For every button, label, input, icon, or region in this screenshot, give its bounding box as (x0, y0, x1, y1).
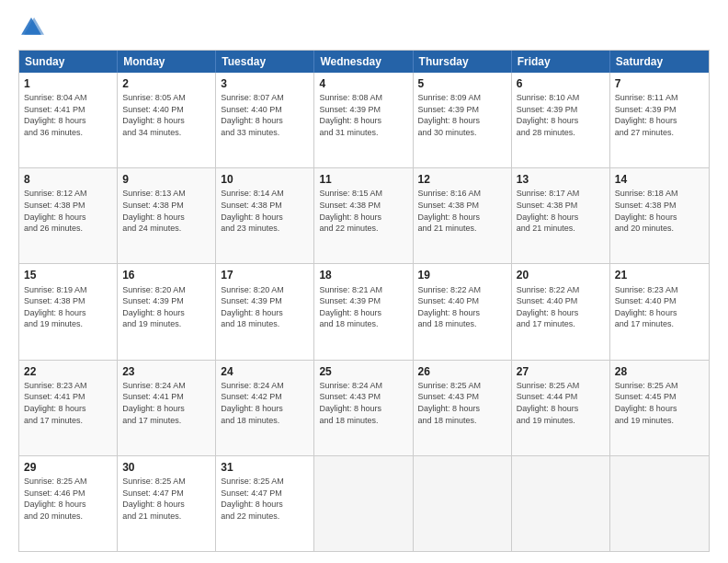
day-info: Sunrise: 8:25 AMSunset: 4:43 PMDaylight:… (418, 380, 506, 426)
header-day-friday: Friday (512, 51, 610, 73)
header-day-saturday: Saturday (610, 51, 709, 73)
calendar: SundayMondayTuesdayWednesdayThursdayFrid… (18, 50, 710, 552)
day-info: Sunrise: 8:24 AMSunset: 4:41 PMDaylight:… (122, 380, 210, 426)
day-info: Sunrise: 8:25 AMSunset: 4:46 PMDaylight:… (24, 476, 112, 522)
day-info: Sunrise: 8:20 AMSunset: 4:39 PMDaylight:… (221, 284, 309, 330)
day-number: 7 (615, 76, 704, 91)
day-info: Sunrise: 8:25 AMSunset: 4:45 PMDaylight:… (615, 380, 704, 426)
day-cell-17: 17Sunrise: 8:20 AMSunset: 4:39 PMDayligh… (216, 264, 314, 359)
day-number: 23 (122, 364, 210, 379)
day-cell-16: 16Sunrise: 8:20 AMSunset: 4:39 PMDayligh… (118, 264, 216, 359)
day-number: 18 (319, 268, 407, 282)
day-number: 5 (418, 76, 506, 91)
day-cell-27: 27Sunrise: 8:25 AMSunset: 4:44 PMDayligh… (512, 361, 610, 455)
day-number: 14 (615, 172, 704, 187)
header-day-monday: Monday (118, 51, 216, 73)
day-number: 3 (221, 76, 309, 91)
day-number: 12 (418, 172, 506, 187)
day-info: Sunrise: 8:07 AMSunset: 4:40 PMDaylight:… (221, 92, 309, 138)
day-number: 24 (221, 364, 309, 379)
day-cell-8: 8Sunrise: 8:12 AMSunset: 4:38 PMDaylight… (19, 168, 118, 263)
day-number: 21 (615, 268, 704, 282)
day-number: 4 (319, 76, 407, 91)
day-info: Sunrise: 8:23 AMSunset: 4:41 PMDaylight:… (24, 380, 112, 426)
calendar-body: 1Sunrise: 8:04 AMSunset: 4:41 PMDaylight… (19, 73, 709, 551)
day-info: Sunrise: 8:04 AMSunset: 4:41 PMDaylight:… (24, 92, 112, 138)
empty-cell (314, 456, 413, 551)
day-number: 29 (24, 460, 112, 475)
day-info: Sunrise: 8:05 AMSunset: 4:40 PMDaylight:… (122, 92, 210, 138)
header-day-thursday: Thursday (414, 51, 512, 73)
day-cell-19: 19Sunrise: 8:22 AMSunset: 4:40 PMDayligh… (414, 264, 512, 359)
day-info: Sunrise: 8:14 AMSunset: 4:38 PMDaylight:… (221, 188, 309, 234)
day-cell-26: 26Sunrise: 8:25 AMSunset: 4:43 PMDayligh… (414, 361, 512, 455)
day-info: Sunrise: 8:15 AMSunset: 4:38 PMDaylight:… (319, 188, 407, 234)
day-cell-20: 20Sunrise: 8:22 AMSunset: 4:40 PMDayligh… (512, 264, 610, 359)
day-number: 30 (122, 460, 210, 475)
day-number: 27 (517, 364, 605, 379)
header-day-sunday: Sunday (19, 51, 118, 73)
day-cell-13: 13Sunrise: 8:17 AMSunset: 4:38 PMDayligh… (512, 168, 610, 263)
day-cell-14: 14Sunrise: 8:18 AMSunset: 4:38 PMDayligh… (610, 168, 709, 263)
day-cell-21: 21Sunrise: 8:23 AMSunset: 4:40 PMDayligh… (610, 264, 709, 359)
day-cell-12: 12Sunrise: 8:16 AMSunset: 4:38 PMDayligh… (414, 168, 512, 263)
day-number: 17 (221, 268, 309, 282)
calendar-row-5: 29Sunrise: 8:25 AMSunset: 4:46 PMDayligh… (19, 455, 709, 551)
calendar-row-4: 22Sunrise: 8:23 AMSunset: 4:41 PMDayligh… (19, 360, 709, 455)
day-number: 22 (24, 364, 112, 379)
day-info: Sunrise: 8:21 AMSunset: 4:39 PMDaylight:… (319, 284, 407, 330)
day-info: Sunrise: 8:12 AMSunset: 4:38 PMDaylight:… (24, 188, 112, 234)
day-info: Sunrise: 8:10 AMSunset: 4:39 PMDaylight:… (517, 92, 605, 138)
day-number: 15 (24, 268, 112, 282)
day-number: 26 (418, 364, 506, 379)
day-cell-9: 9Sunrise: 8:13 AMSunset: 4:38 PMDaylight… (118, 168, 216, 263)
day-number: 8 (24, 172, 112, 187)
day-info: Sunrise: 8:25 AMSunset: 4:47 PMDaylight:… (221, 476, 309, 522)
day-info: Sunrise: 8:25 AMSunset: 4:44 PMDaylight:… (517, 380, 605, 426)
day-info: Sunrise: 8:24 AMSunset: 4:43 PMDaylight:… (319, 380, 407, 426)
day-cell-4: 4Sunrise: 8:08 AMSunset: 4:39 PMDaylight… (314, 73, 413, 167)
day-cell-22: 22Sunrise: 8:23 AMSunset: 4:41 PMDayligh… (19, 361, 118, 455)
day-info: Sunrise: 8:25 AMSunset: 4:47 PMDaylight:… (122, 476, 210, 522)
day-info: Sunrise: 8:11 AMSunset: 4:39 PMDaylight:… (615, 92, 704, 138)
day-info: Sunrise: 8:24 AMSunset: 4:42 PMDaylight:… (221, 380, 309, 426)
day-cell-3: 3Sunrise: 8:07 AMSunset: 4:40 PMDaylight… (216, 73, 314, 167)
day-number: 31 (221, 460, 309, 475)
day-number: 28 (615, 364, 704, 379)
day-info: Sunrise: 8:20 AMSunset: 4:39 PMDaylight:… (122, 284, 210, 330)
empty-cell (610, 456, 709, 551)
day-cell-23: 23Sunrise: 8:24 AMSunset: 4:41 PMDayligh… (118, 361, 216, 455)
day-info: Sunrise: 8:17 AMSunset: 4:38 PMDaylight:… (517, 188, 605, 234)
day-cell-18: 18Sunrise: 8:21 AMSunset: 4:39 PMDayligh… (314, 264, 413, 359)
day-info: Sunrise: 8:08 AMSunset: 4:39 PMDaylight:… (319, 92, 407, 138)
day-cell-7: 7Sunrise: 8:11 AMSunset: 4:39 PMDaylight… (610, 73, 709, 167)
day-info: Sunrise: 8:22 AMSunset: 4:40 PMDaylight:… (418, 284, 506, 330)
day-number: 25 (319, 364, 407, 379)
day-number: 16 (122, 268, 210, 282)
calendar-row-1: 1Sunrise: 8:04 AMSunset: 4:41 PMDaylight… (19, 73, 709, 167)
day-cell-10: 10Sunrise: 8:14 AMSunset: 4:38 PMDayligh… (216, 168, 314, 263)
day-number: 6 (517, 76, 605, 91)
day-cell-24: 24Sunrise: 8:24 AMSunset: 4:42 PMDayligh… (216, 361, 314, 455)
page: SundayMondayTuesdayWednesdayThursdayFrid… (0, 0, 728, 563)
empty-cell (414, 456, 512, 551)
day-cell-2: 2Sunrise: 8:05 AMSunset: 4:40 PMDaylight… (118, 73, 216, 167)
day-cell-31: 31Sunrise: 8:25 AMSunset: 4:47 PMDayligh… (216, 456, 314, 551)
day-number: 1 (24, 76, 112, 91)
day-number: 19 (418, 268, 506, 282)
logo-icon (18, 15, 44, 40)
day-cell-29: 29Sunrise: 8:25 AMSunset: 4:46 PMDayligh… (19, 456, 118, 551)
day-cell-5: 5Sunrise: 8:09 AMSunset: 4:39 PMDaylight… (414, 73, 512, 167)
day-number: 9 (122, 172, 210, 187)
day-cell-15: 15Sunrise: 8:19 AMSunset: 4:38 PMDayligh… (19, 264, 118, 359)
day-info: Sunrise: 8:19 AMSunset: 4:38 PMDaylight:… (24, 284, 112, 330)
calendar-row-2: 8Sunrise: 8:12 AMSunset: 4:38 PMDaylight… (19, 167, 709, 263)
header-day-tuesday: Tuesday (216, 51, 314, 73)
day-info: Sunrise: 8:16 AMSunset: 4:38 PMDaylight:… (418, 188, 506, 234)
logo (18, 15, 48, 40)
day-number: 20 (517, 268, 605, 282)
calendar-header: SundayMondayTuesdayWednesdayThursdayFrid… (19, 51, 709, 73)
day-cell-6: 6Sunrise: 8:10 AMSunset: 4:39 PMDaylight… (512, 73, 610, 167)
day-info: Sunrise: 8:22 AMSunset: 4:40 PMDaylight:… (517, 284, 605, 330)
day-cell-30: 30Sunrise: 8:25 AMSunset: 4:47 PMDayligh… (118, 456, 216, 551)
